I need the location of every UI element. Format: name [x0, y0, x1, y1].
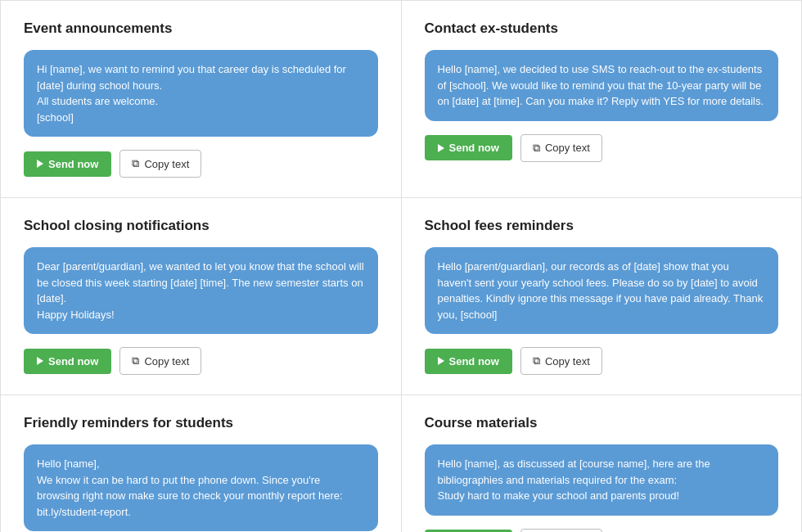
message-bubble-course-materials: Hello [name], as discussed at [course na… — [425, 444, 779, 516]
copy-button-course-materials[interactable]: ⧉Copy text — [520, 529, 602, 533]
card-event-announcements: Event announcementsHi [name], we want to… — [1, 1, 402, 198]
card-contact-ex-students: Contact ex-studentsHello [name], we deci… — [402, 1, 803, 198]
message-bubble-school-closing: Dear [parent/guardian], we wanted to let… — [24, 247, 378, 334]
card-title-contact-ex-students: Contact ex-students — [425, 20, 779, 37]
send-button-contact-ex-students[interactable]: Send now — [425, 135, 512, 160]
copy-icon: ⧉ — [132, 157, 139, 170]
copy-label: Copy text — [545, 142, 590, 154]
copy-label: Copy text — [545, 355, 590, 367]
copy-button-school-fees[interactable]: ⧉Copy text — [520, 347, 602, 375]
card-course-materials: Course materialsHello [name], as discuss… — [402, 395, 803, 532]
card-actions-course-materials: Send now⧉Copy text — [425, 529, 779, 533]
card-actions-school-closing: Send now⧉Copy text — [24, 347, 378, 375]
copy-label: Copy text — [144, 158, 189, 170]
send-button-school-closing[interactable]: Send now — [24, 349, 111, 374]
card-title-school-fees: School fees reminders — [425, 218, 779, 234]
card-actions-event-announcements: Send now⧉Copy text — [24, 150, 378, 178]
send-label: Send now — [48, 355, 98, 367]
card-actions-contact-ex-students: Send now⧉Copy text — [425, 134, 779, 162]
copy-button-contact-ex-students[interactable]: ⧉Copy text — [520, 134, 602, 162]
copy-icon: ⧉ — [132, 354, 139, 367]
copy-button-event-announcements[interactable]: ⧉Copy text — [119, 150, 201, 178]
card-title-friendly-reminders: Friendly reminders for students — [24, 415, 378, 431]
message-bubble-friendly-reminders: Hello [name], We know it can be hard to … — [24, 444, 378, 531]
send-icon — [37, 160, 43, 168]
copy-icon: ⧉ — [533, 354, 540, 367]
copy-icon: ⧉ — [533, 142, 540, 155]
card-school-fees: School fees remindersHello [parent/guard… — [402, 198, 803, 395]
card-school-closing: School closing notificationsDear [parent… — [1, 198, 402, 395]
send-button-event-announcements[interactable]: Send now — [24, 151, 111, 177]
cards-grid: Event announcementsHi [name], we want to… — [0, 0, 802, 532]
card-title-event-announcements: Event announcements — [24, 20, 378, 37]
copy-label: Copy text — [144, 355, 189, 367]
card-title-school-closing: School closing notifications — [24, 218, 378, 234]
send-label: Send now — [449, 355, 499, 367]
card-actions-school-fees: Send now⧉Copy text — [425, 347, 779, 375]
send-label: Send now — [449, 142, 499, 154]
message-bubble-school-fees: Hello [parent/guardian], our records as … — [425, 247, 779, 334]
card-title-course-materials: Course materials — [425, 415, 779, 431]
send-icon — [438, 144, 444, 152]
send-icon — [37, 357, 43, 365]
send-label: Send now — [48, 158, 98, 170]
message-bubble-contact-ex-students: Hello [name], we decided to use SMS to r… — [425, 50, 779, 121]
message-bubble-event-announcements: Hi [name], we want to remind you that ca… — [24, 50, 378, 137]
copy-button-school-closing[interactable]: ⧉Copy text — [119, 347, 201, 375]
send-button-school-fees[interactable]: Send now — [425, 349, 512, 374]
card-friendly-reminders: Friendly reminders for studentsHello [na… — [1, 395, 402, 532]
send-icon — [438, 357, 444, 365]
